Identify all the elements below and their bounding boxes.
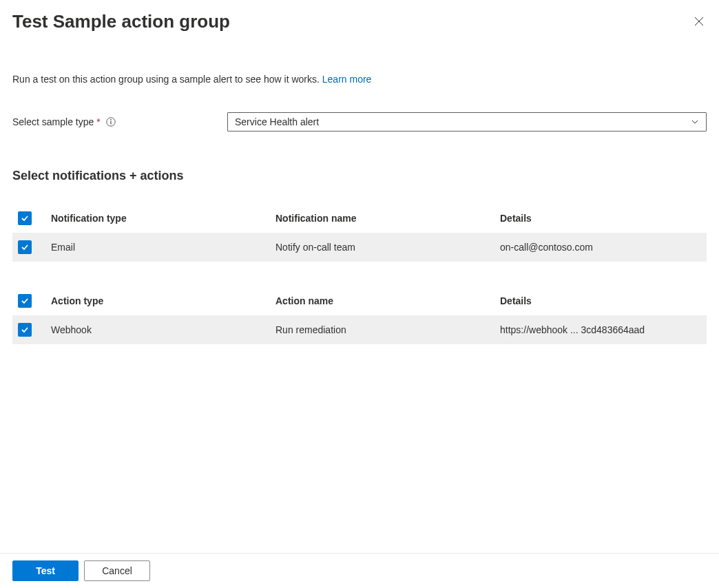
actions-select-all-checkbox[interactable] [18,294,32,308]
action-details: https://webhook ... 3cd483664aad [500,324,707,335]
notifications-header-row: Notification type Notification name Deta… [12,204,707,233]
table-row: Webhook Run remediation https://webhook … [12,315,707,344]
notifications-table: Notification type Notification name Deta… [12,204,707,262]
description-body: Run a test on this action group using a … [12,74,322,85]
sample-type-label: Select sample type [12,116,94,127]
actions-table: Action type Action name Details Webhook … [12,286,707,344]
checkmark-icon [20,325,30,335]
close-icon [694,17,704,26]
svg-point-1 [110,119,112,120]
table-row: Email Notify on-call team on-call@contos… [12,233,707,262]
test-button[interactable]: Test [12,560,79,581]
notifications-col-name: Notification name [275,213,500,224]
action-type: Webhook [51,324,275,335]
actions-col-type: Action type [51,295,275,306]
checkmark-icon [20,242,30,252]
actions-col-details: Details [500,295,707,306]
description-text: Run a test on this action group using a … [12,74,707,85]
actions-col-name: Action name [275,295,500,306]
sample-type-select[interactable]: Service Health alert [227,112,707,132]
required-asterisk: * [96,116,100,127]
sample-type-row: Select sample type * Service Health aler… [12,112,707,132]
notification-details: on-call@contoso.com [500,242,707,253]
close-button[interactable] [691,14,707,29]
page-title: Test Sample action group [12,11,230,32]
action-row-checkbox[interactable] [18,323,32,337]
checkmark-icon [20,213,30,223]
actions-header-row: Action type Action name Details [12,286,707,315]
section-heading: Select notifications + actions [12,169,707,183]
notification-name: Notify on-call team [275,242,500,253]
sample-type-value: Service Health alert [235,116,319,127]
checkmark-icon [20,296,30,306]
notifications-col-type: Notification type [51,213,275,224]
action-name: Run remediation [275,324,500,335]
notifications-select-all-checkbox[interactable] [18,211,32,225]
notifications-col-details: Details [500,213,707,224]
footer-bar: Test Cancel [0,553,719,588]
notification-type: Email [51,242,275,253]
learn-more-link[interactable]: Learn more [322,74,372,85]
chevron-down-icon [691,118,699,126]
svg-rect-2 [110,121,111,125]
info-icon[interactable] [106,117,116,127]
notification-row-checkbox[interactable] [18,240,32,254]
cancel-button[interactable]: Cancel [84,560,150,581]
